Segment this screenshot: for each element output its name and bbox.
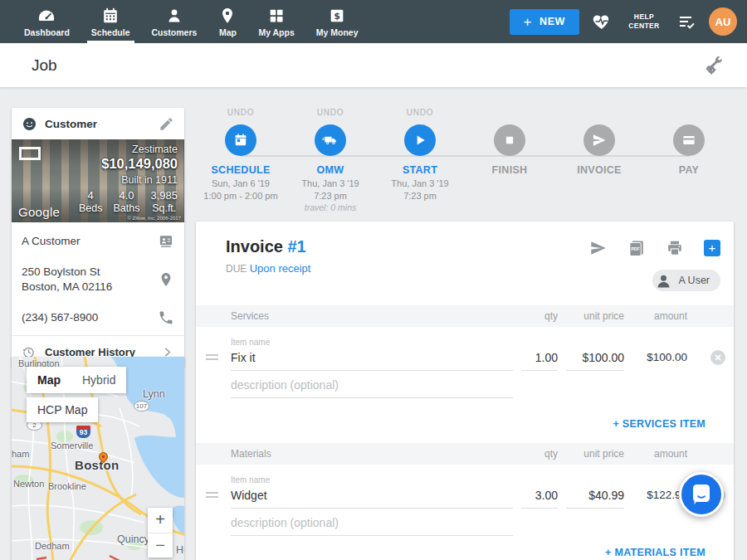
nav-item-my-money[interactable]: $ My Money [305,0,369,43]
nav-item-map[interactable]: Map [208,0,247,43]
map-label-waltham: ham [12,449,29,459]
zoom-in-button[interactable]: + [148,508,173,533]
item-name-label: Item name [231,475,513,485]
service-description-input[interactable] [231,378,513,398]
material-description-row [196,516,734,536]
map-button[interactable]: Map [27,367,71,393]
plus-icon: + [524,15,533,29]
undo-start-button[interactable]: UNDO [407,108,434,121]
material-qty-input[interactable] [521,489,558,509]
services-section-header: Services qty unit price amount [196,305,734,327]
timeline-step-start: UNDO START Thu, Jan 3 '19 7:23 pm [375,108,465,212]
send-invoice-icon[interactable] [589,239,608,257]
finish-step-button[interactable] [494,124,525,156]
nav-label: Map [219,27,237,37]
invoice-step-button[interactable] [583,124,615,156]
nav-item-schedule[interactable]: Schedule [81,0,141,43]
credit-card-icon-button[interactable] [673,124,705,156]
invoice-actions: PDF + A User [589,237,720,305]
route-107-shield: 107 [134,401,149,411]
nav-item-customers[interactable]: Customers [141,0,208,43]
undo-omw-button[interactable]: UNDO [317,108,344,121]
nav-label: My Apps [258,27,294,37]
activity-feed-icon[interactable] [676,12,696,32]
qty-column-header: qty [521,310,558,322]
timeline-step-schedule: UNDO SCHEDULE Sun, Jan 6 '19 1:00 pm - 2… [196,108,286,212]
map-type-toggle: Map Hybrid [27,367,126,393]
stat-sqft: 3,985Sq.ft. [150,189,178,214]
play-icon [412,132,428,149]
map-label-boston: Boston [75,458,119,472]
assignee-name: A User [678,275,710,286]
interstate-93-shield: 93 [76,426,90,438]
customer-name-row: A Customer [22,226,174,257]
property-photo[interactable]: Zestimate $10,149,080 Built in 1911 4Bed… [12,139,184,222]
help-center-link[interactable]: HELP CENTER [624,12,664,32]
chat-smile-icon [691,483,712,506]
timeline-step-pay: PAY [644,108,734,212]
assignee-avatar-icon [655,272,672,290]
job-settings-tools-icon[interactable] [704,56,724,75]
add-invoice-item-button[interactable]: + [704,240,720,256]
edit-pencil-icon[interactable] [159,116,174,132]
hybrid-button[interactable]: Hybrid [71,367,126,393]
add-materials-item-link[interactable]: + MATERIALS ITEM [605,547,706,558]
stat-baths: 4.0Baths [113,189,139,214]
nav-item-my-apps[interactable]: My Apps [247,0,305,43]
stat-beds: 4Beds [79,189,103,214]
zoom-out-button[interactable]: − [148,533,173,558]
user-avatar[interactable]: AU [709,7,737,36]
undo-schedule-button[interactable]: UNDO [227,108,255,121]
nav-label: Dashboard [24,27,70,37]
map-pin-icon [218,7,237,25]
invoice-header: Invoice #1 DUE Upon receipt PDF + A Use [196,222,734,305]
new-button[interactable]: + NEW [510,9,580,35]
location-pin-icon[interactable] [158,271,174,288]
svg-text:$: $ [334,11,340,22]
add-services-item-link[interactable]: + SERVICES ITEM [613,418,706,430]
service-qty-input[interactable] [521,351,558,371]
zillow-copyright: © Zillow, Inc. 2006-2017 [128,216,181,221]
nav-right: + NEW HELP CENTER AU [510,0,747,43]
send-icon [591,132,608,149]
assignee-chip[interactable]: A User [652,270,720,291]
help-chat-bubble[interactable] [679,472,724,517]
due-terms-link[interactable]: Upon receipt [250,262,311,275]
zestimate-value: $10,149,080 [101,156,178,172]
customer-name: A Customer [22,234,158,249]
drag-handle[interactable] [206,489,222,509]
drag-handle[interactable] [206,352,222,371]
start-step-button[interactable] [404,124,436,156]
material-unit-price-input[interactable] [566,489,624,509]
omw-step-button[interactable] [315,124,346,156]
schedule-step-button[interactable] [225,124,256,156]
material-description-input[interactable] [231,516,513,536]
unit-price-column-header: unit price [566,310,624,322]
mini-map[interactable]: Map Hybrid HCP Map Burlington Lynn ham S… [12,357,184,560]
service-unit-price-input[interactable] [566,351,624,371]
title-bar: Job [0,43,747,87]
contact-card-icon[interactable] [158,233,174,250]
service-item-name-input[interactable] [231,351,513,371]
nav-items: Dashboard Schedule Customers Map My Apps… [13,0,369,43]
remove-item-button[interactable]: ✕ [710,350,725,365]
materials-header-label: Materials [231,448,513,460]
amount-column-header: amount [632,448,687,460]
print-icon[interactable] [666,239,684,257]
material-item-name-input[interactable] [231,489,513,509]
hcp-map-button[interactable]: HCP Map [27,397,98,422]
services-header-label: Services [231,310,513,322]
map-label-quincy: Quincy [117,533,149,545]
nav-item-dashboard[interactable]: Dashboard [13,0,81,43]
map-label-brookline: Brookline [48,481,86,491]
invoice-number: #1 [287,237,305,256]
svg-text:PDF: PDF [631,246,639,251]
amount-column-header: amount [632,310,687,322]
map-label-lynn: Lynn [143,388,165,400]
pdf-icon[interactable]: PDF [627,239,646,257]
job-progress-timeline: UNDO SCHEDULE Sun, Jan 6 '19 1:00 pm - 2… [196,108,734,217]
calendar-icon [232,132,249,149]
map-label-somerville: Somerville [51,441,93,450]
phone-icon[interactable] [158,309,174,326]
heart-pulse-icon[interactable] [592,12,612,32]
